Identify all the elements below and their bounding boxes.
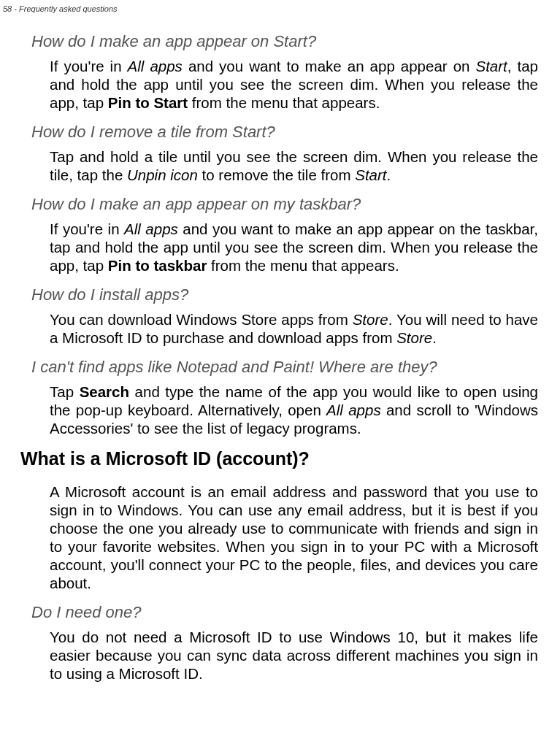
faq-answer-2: Tap and hold a tile until you see the sc… [31, 147, 538, 184]
faq-answer-3: If you're in All apps and you want to ma… [31, 220, 538, 274]
microsoft-id-intro: A Microsoft account is an email address … [31, 483, 538, 592]
faq-answer-1: If you're in All apps and you want to ma… [31, 57, 538, 112]
page-content: How do I make an app appear on Start? If… [0, 13, 560, 683]
section-heading-microsoft-id: What is a Microsoft ID (account)? [20, 448, 538, 469]
faq-answer-5: Tap Search and type the name of the app … [31, 383, 538, 437]
page-header: 58 - Frequently asked questions [0, 0, 560, 13]
faq-answer-4: You can download Windows Store apps from… [31, 310, 538, 347]
faq-question-2: How do I remove a tile from Start? [31, 123, 538, 142]
faq-question-1: How do I make an app appear on Start? [31, 32, 538, 51]
faq-question-4: How do I install apps? [31, 285, 538, 304]
faq-answer-need-one: You do not need a Microsoft ID to use Wi… [31, 628, 538, 683]
faq-question-3: How do I make an app appear on my taskba… [31, 195, 538, 214]
faq-question-5: I can't find apps like Notepad and Paint… [31, 358, 538, 377]
faq-question-need-one: Do I need one? [31, 603, 538, 622]
